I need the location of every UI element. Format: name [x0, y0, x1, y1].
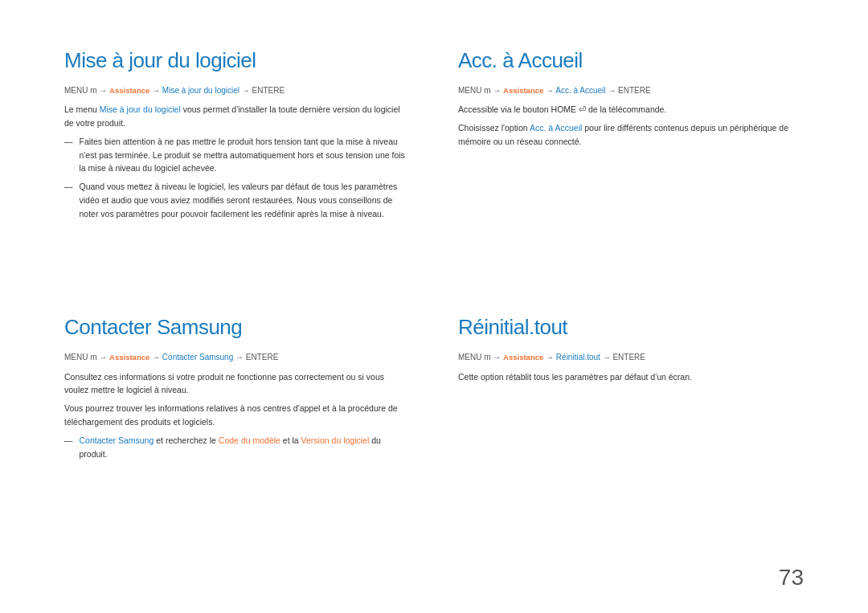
- contacter-body: Consultez ces informations si votre prod…: [64, 370, 410, 466]
- reinit-menu-prefix: MENU m →: [458, 353, 503, 362]
- contacter-body-p2: Vous pourrez trouver les informations re…: [64, 402, 410, 429]
- acc-menu-item: Acc. à Accueil: [555, 86, 605, 95]
- mise-body: Le menu Mise à jour du logiciel vous per…: [64, 103, 410, 225]
- contacter-bullet-code: Code du modèle: [219, 435, 280, 445]
- mise-title: Mise à jour du logiciel: [64, 48, 410, 73]
- mise-menu-suffix: → ENTERE: [240, 86, 285, 95]
- reinit-body-text: Cette option rétablit tous les paramètre…: [458, 370, 804, 384]
- mise-menu-assistance: Assistance: [109, 86, 149, 95]
- mise-bullet-1-text: Faites bien attention à ne pas mettre le…: [80, 135, 411, 175]
- acc-menu-middle: →: [543, 86, 555, 95]
- mise-bullet-2-text: Quand vous mettez à niveau le logiciel, …: [80, 180, 411, 220]
- contacter-menu-prefix: MENU m →: [64, 353, 109, 362]
- mise-menu-prefix: MENU m →: [64, 86, 109, 95]
- reinit-body: Cette option rétablit tous les paramètre…: [458, 370, 804, 389]
- mise-bullet-1: ― Faites bien attention à ne pas mettre …: [64, 135, 410, 175]
- section-contacter: Contacter Samsung MENU m → Assistance → …: [64, 315, 410, 581]
- acc-menu-prefix: MENU m →: [458, 86, 503, 95]
- reinit-menu-middle: →: [543, 353, 556, 362]
- mise-body-intro: Le menu Mise à jour du logiciel vous per…: [64, 103, 410, 130]
- contacter-bullet: ― Contacter Samsung et recherchez le Cod…: [64, 434, 410, 461]
- contacter-menu-middle: →: [149, 353, 162, 362]
- acc-menu-assistance: Assistance: [503, 86, 543, 95]
- contacter-bullet-prefix: Contacter Samsung: [80, 435, 154, 445]
- acc-body-p2: Choisissez l'option Acc. à Accueil pour …: [458, 121, 804, 149]
- acc-menu-path: MENU m → Assistance → Acc. à Accueil → E…: [458, 84, 804, 96]
- section-mise: Mise à jour du logiciel MENU m → Assista…: [64, 48, 410, 283]
- contacter-title: Contacter Samsung: [64, 315, 410, 340]
- section-reinit: Réinitial.tout MENU m → Assistance → Réi…: [458, 315, 804, 446]
- page-number: 73: [779, 565, 804, 591]
- page-container: Mise à jour du logiciel MENU m → Assista…: [0, 0, 868, 613]
- reinit-menu-suffix: → ENTERE: [600, 353, 645, 362]
- acc-menu-suffix: → ENTERE: [606, 86, 651, 95]
- section-acc: Acc. à Accueil MENU m → Assistance → Acc…: [458, 48, 804, 283]
- mise-menu-item: Mise à jour du logiciel: [162, 86, 240, 95]
- bullet-dash-2: ―: [64, 180, 73, 194]
- bullet-dash-1: ―: [64, 135, 73, 149]
- mise-bullet-2: ― Quand vous mettez à niveau le logiciel…: [64, 180, 410, 220]
- reinit-menu-assistance: Assistance: [503, 353, 543, 362]
- contacter-menu-suffix: → ENTERE: [233, 353, 278, 362]
- contacter-menu-item: Contacter Samsung: [162, 353, 233, 362]
- contacter-body-p1: Consultez ces informations si votre prod…: [64, 370, 410, 398]
- contacter-menu-assistance: Assistance: [109, 353, 149, 362]
- contacter-bullet-version: Version du logiciel: [301, 435, 370, 445]
- mise-menu-middle: →: [149, 86, 162, 95]
- acc-body-p1: Accessible via le bouton HOME ⏎ de la té…: [458, 103, 804, 116]
- contacter-menu-path: MENU m → Assistance → Contacter Samsung …: [64, 351, 410, 363]
- contacter-bullet-text: Contacter Samsung et recherchez le Code …: [80, 434, 411, 461]
- reinit-title: Réinitial.tout: [458, 315, 804, 340]
- reinit-menu-item: Réinitial.tout: [556, 353, 600, 362]
- acc-title: Acc. à Accueil: [458, 48, 804, 73]
- contacter-bullet-dash: ―: [64, 434, 73, 447]
- acc-body: Accessible via le bouton HOME ⏎ de la té…: [458, 103, 804, 153]
- mise-menu-path: MENU m → Assistance → Mise à jour du log…: [64, 84, 410, 96]
- reinit-menu-path: MENU m → Assistance → Réinitial.tout → E…: [458, 351, 804, 363]
